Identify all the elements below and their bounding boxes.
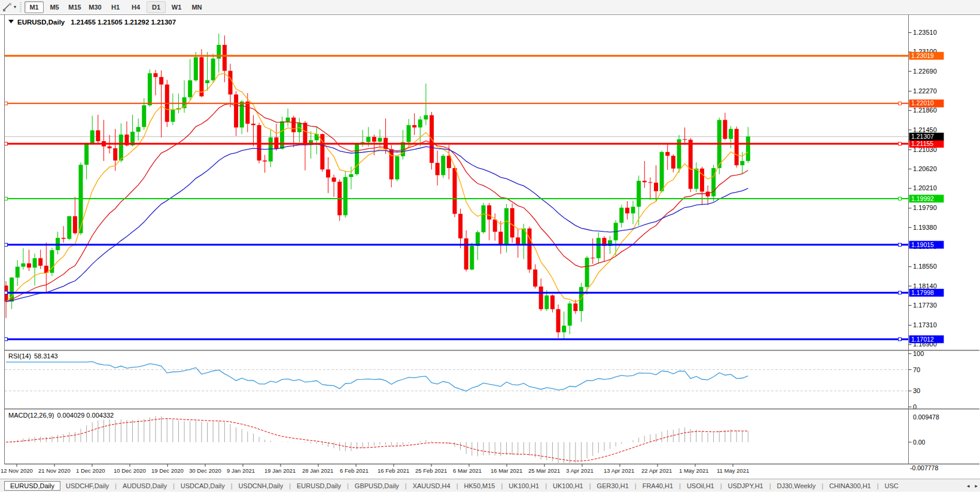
- macd-axis-bottom: -0.007778: [910, 464, 938, 471]
- hline-badge-label: 1.21155: [911, 140, 933, 147]
- line-tools-icon[interactable]: [2, 2, 13, 13]
- tab-scroll-left-icon[interactable]: ◂: [967, 483, 970, 489]
- candle-up: [349, 174, 353, 177]
- date-axis-label: 6 Feb 2021: [340, 467, 369, 474]
- hline-handle[interactable]: [899, 244, 902, 247]
- candle-up: [740, 161, 744, 165]
- candle-up: [424, 115, 428, 120]
- hline-badge-label: 1.22010: [911, 99, 934, 107]
- price-axis-label: 1.19790: [913, 204, 937, 211]
- candle-down: [493, 220, 497, 232]
- timeframe-button-h4[interactable]: H4: [126, 1, 145, 13]
- chart-tab-audusd-daily[interactable]: AUDUSD,Daily: [117, 481, 172, 491]
- candle-up: [142, 105, 146, 127]
- timeframe-button-m5[interactable]: M5: [45, 1, 64, 13]
- candle-down: [550, 296, 555, 309]
- candle-down: [625, 208, 629, 213]
- candle-down: [533, 269, 537, 286]
- chart-tab-usdcnh-daily[interactable]: USDCNH,Daily: [233, 481, 289, 491]
- chart-tab-usoil-h1[interactable]: USOil,H1: [681, 481, 720, 491]
- candle-up: [21, 263, 25, 267]
- candle-down: [199, 57, 203, 96]
- chart-tab-fra40-h1[interactable]: FRA40,H1: [637, 481, 678, 491]
- candle-up: [90, 130, 95, 144]
- candle-down: [723, 120, 727, 139]
- candle-down: [62, 238, 66, 239]
- chart-tab-uk100-h1[interactable]: UK100,H1: [503, 481, 544, 491]
- chart-tab-uk100-h1[interactable]: UK100,H1: [547, 481, 589, 491]
- macd-label: MACD(12,26,9)0.004029 0.004332: [8, 412, 114, 419]
- chart-tab-dj30-weekly[interactable]: DJ30,Weekly: [772, 481, 821, 491]
- hline-handle[interactable]: [5, 197, 8, 200]
- date-axis-label: 22 Apr 2021: [641, 467, 672, 474]
- price-axis-label: 1.19380: [913, 224, 937, 231]
- chart-tab-china300-h1[interactable]: CHINA300,H1: [824, 481, 876, 491]
- candle-up: [395, 156, 399, 179]
- candle-up: [504, 208, 509, 245]
- candle-up: [343, 177, 348, 215]
- candle-up: [188, 80, 192, 97]
- candle-down: [263, 160, 267, 162]
- hline-handle[interactable]: [899, 142, 902, 145]
- timeframe-button-mn[interactable]: MN: [187, 1, 206, 13]
- candle-down: [665, 152, 669, 156]
- hline-handle[interactable]: [899, 338, 902, 341]
- toolbar-grip[interactable]: [20, 2, 22, 12]
- candle-up: [482, 205, 486, 232]
- hline-badge-label: 1.17998: [911, 289, 934, 296]
- hline-handle[interactable]: [899, 102, 902, 105]
- candle-down: [153, 73, 157, 77]
- chart-tab-hk50-m15[interactable]: HK50,M15: [459, 481, 501, 491]
- hline-handle[interactable]: [5, 291, 8, 294]
- tab-scroll-right-icon[interactable]: ▸: [975, 483, 978, 489]
- candle-up: [407, 125, 411, 142]
- hline-handle[interactable]: [5, 102, 8, 105]
- chart-tab-usdchf-daily[interactable]: USDCHF,Daily: [60, 481, 114, 491]
- hline-handle[interactable]: [899, 197, 902, 200]
- hline-badge-label: 1.23019: [911, 52, 934, 59]
- candle-down: [96, 130, 100, 141]
- candle-down: [654, 182, 658, 191]
- candle-up: [729, 129, 733, 139]
- hline-handle[interactable]: [5, 244, 8, 247]
- timeframe-button-m15[interactable]: M15: [65, 1, 84, 13]
- candle-up: [148, 73, 152, 105]
- timeframe-button-m1[interactable]: M1: [25, 1, 44, 13]
- toolbar-caret-icon[interactable]: ▾: [14, 4, 16, 10]
- candle-up: [33, 258, 37, 268]
- hline-handle[interactable]: [5, 142, 8, 145]
- chart-tab-xauusd-h4[interactable]: XAUUSD,H4: [407, 481, 456, 491]
- timeframe-button-d1[interactable]: D1: [147, 1, 166, 13]
- tab-scroll-arrows: ◂▸: [963, 479, 980, 492]
- candle-down: [498, 232, 503, 245]
- hline-handle[interactable]: [899, 291, 902, 294]
- candle-up: [637, 181, 641, 206]
- candle-down: [510, 208, 515, 238]
- candle-down: [251, 124, 255, 125]
- macd-axis-top: 0.009478: [913, 413, 939, 421]
- chart-tab-ger30-h1[interactable]: GER30,H1: [592, 481, 634, 491]
- date-axis-label: 9 Jan 2021: [227, 467, 255, 474]
- current-price-badge-label: 1.21307: [911, 133, 934, 140]
- price-axis-label: 1.21450: [913, 126, 937, 133]
- chart-tab-eurusd-daily[interactable]: EURUSD,Daily: [291, 481, 346, 491]
- date-axis-label: 13 Apr 2021: [604, 467, 634, 474]
- candle-down: [303, 123, 307, 145]
- date-axis-label: 1 Dec 2020: [76, 467, 105, 474]
- candle-up: [136, 127, 141, 132]
- chart-tab-usdjpy-h1[interactable]: USDJPY,H1: [723, 481, 769, 491]
- chart-tab-gbpusd-daily[interactable]: GBPUSD,Daily: [349, 481, 404, 491]
- candle-down: [332, 178, 336, 182]
- date-axis-label: 12 Nov 2020: [1, 467, 33, 474]
- timeframe-button-w1[interactable]: W1: [167, 1, 186, 13]
- hline-handle[interactable]: [5, 338, 8, 341]
- date-axis-label: 3 Apr 2021: [566, 467, 594, 474]
- timeframe-button-m30[interactable]: M30: [86, 1, 105, 13]
- candle-down: [234, 95, 238, 127]
- chart-tab-eurusd-daily[interactable]: EURUSD,Daily: [4, 481, 60, 491]
- chart-tab-usdcad-daily[interactable]: USDCAD,Daily: [175, 481, 230, 491]
- candle-down: [735, 129, 739, 165]
- chart-tab-usc[interactable]: USC: [879, 481, 904, 491]
- timeframe-button-h1[interactable]: H1: [106, 1, 125, 13]
- date-axis-label: 28 Jan 2021: [302, 467, 333, 474]
